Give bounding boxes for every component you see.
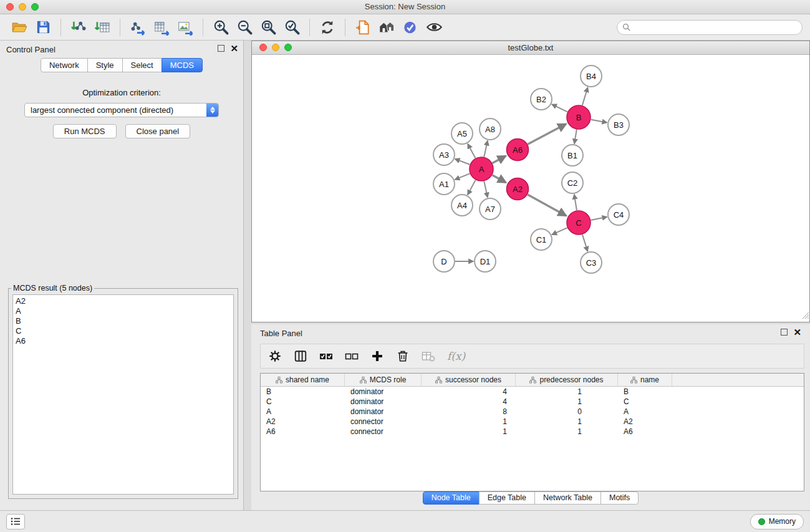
- deselect-all-button[interactable]: [344, 348, 360, 364]
- tab-select[interactable]: Select: [122, 58, 162, 72]
- tab-motifs[interactable]: Motifs: [600, 491, 639, 505]
- zoom-selected-button[interactable]: [282, 17, 302, 38]
- float-panel-icon[interactable]: [218, 45, 224, 52]
- column-header-mcds-role[interactable]: MCDS role: [345, 374, 422, 386]
- open-file-button[interactable]: [9, 17, 29, 38]
- show-details-button[interactable]: [424, 17, 444, 38]
- refresh-layout-button[interactable]: [317, 17, 337, 38]
- zoom-view-button[interactable]: [284, 44, 292, 51]
- edge-A2-C[interactable]: [528, 195, 566, 216]
- column-header-successor-nodes[interactable]: successor nodes: [422, 374, 516, 386]
- tab-network-table[interactable]: Network Table: [534, 491, 601, 505]
- network-overview-button[interactable]: [377, 17, 397, 38]
- result-item[interactable]: B: [16, 316, 231, 326]
- edge-B-B1[interactable]: [574, 130, 577, 144]
- edge-B-B2[interactable]: [552, 104, 567, 112]
- edge-A-A6[interactable]: [493, 156, 506, 163]
- table-settings-button[interactable]: [267, 348, 283, 364]
- edge-A-A1[interactable]: [455, 173, 470, 180]
- delete-table-button[interactable]: [420, 348, 436, 364]
- table-row[interactable]: A2connector11A2: [261, 417, 804, 427]
- edge-A-A5[interactable]: [468, 144, 475, 158]
- search-input[interactable]: [634, 22, 797, 32]
- node-C4[interactable]: C4: [608, 204, 629, 225]
- export-network-button[interactable]: [128, 17, 148, 38]
- node-C2[interactable]: C2: [562, 172, 583, 193]
- close-table-panel-icon[interactable]: ✕: [793, 329, 801, 336]
- edge-B-B3[interactable]: [591, 120, 607, 123]
- edge-B-B4[interactable]: [582, 87, 588, 105]
- import-table-button[interactable]: [92, 17, 112, 38]
- criterion-select[interactable]: largest connected component (directed): [24, 103, 219, 117]
- minimize-view-button[interactable]: [272, 44, 279, 51]
- node-A8[interactable]: A8: [480, 118, 501, 140]
- tab-edge-table[interactable]: Edge Table: [479, 491, 535, 505]
- edge-C-C3[interactable]: [582, 235, 587, 251]
- result-item[interactable]: C: [16, 326, 231, 336]
- node-A4[interactable]: A4: [451, 195, 473, 216]
- column-header-name[interactable]: name: [618, 374, 672, 386]
- tab-network[interactable]: Network: [41, 58, 88, 72]
- import-network-button[interactable]: [69, 17, 89, 38]
- table-row[interactable]: Cdominator41C: [261, 397, 804, 407]
- network-canvas[interactable]: B4B2BB3A5A8A6A3B1AC2A1A2A4A7C4CC1C3DD1: [252, 55, 809, 322]
- column-header-predecessor-nodes[interactable]: predecessor nodes: [516, 374, 618, 386]
- zoom-fit-button[interactable]: [258, 17, 278, 38]
- show-columns-button[interactable]: [292, 348, 309, 364]
- apply-style-button[interactable]: [400, 17, 420, 38]
- node-B2[interactable]: B2: [531, 89, 552, 110]
- mcds-result-list[interactable]: A2ABCA6: [12, 294, 234, 495]
- node-C3[interactable]: C3: [581, 252, 602, 273]
- node-A2[interactable]: A2: [507, 178, 529, 200]
- tab-style[interactable]: Style: [87, 58, 123, 72]
- table-row[interactable]: A6connector11A6: [261, 427, 804, 437]
- node-A3[interactable]: A3: [433, 144, 455, 165]
- export-table-button[interactable]: [152, 17, 171, 38]
- zoom-window-button[interactable]: [31, 3, 39, 11]
- result-item[interactable]: A6: [16, 336, 231, 346]
- column-header-shared-name[interactable]: shared name: [261, 374, 345, 386]
- node-A5[interactable]: A5: [451, 123, 473, 144]
- node-B[interactable]: B: [567, 105, 591, 129]
- select-all-button[interactable]: [318, 348, 334, 364]
- edge-A-A2[interactable]: [493, 175, 506, 183]
- node-B3[interactable]: B3: [608, 114, 629, 135]
- save-session-button[interactable]: [33, 17, 53, 38]
- node-A[interactable]: A: [470, 157, 493, 181]
- edge-C-C2[interactable]: [574, 195, 577, 210]
- resize-grip[interactable]: [801, 310, 809, 321]
- edge-C-C1[interactable]: [552, 228, 567, 235]
- minimize-window-button[interactable]: [19, 3, 26, 11]
- edge-A-A7[interactable]: [484, 181, 488, 198]
- tab-mcds[interactable]: MCDS: [162, 58, 203, 72]
- node-A6[interactable]: A6: [507, 139, 529, 161]
- edge-A6-B[interactable]: [528, 124, 566, 145]
- node-C1[interactable]: C1: [531, 229, 552, 250]
- node-table[interactable]: shared nameMCDS rolesuccessor nodesprede…: [260, 373, 804, 491]
- zoom-out-button[interactable]: [234, 17, 254, 38]
- result-item[interactable]: A: [16, 306, 231, 316]
- close-view-button[interactable]: [259, 44, 267, 51]
- node-D1[interactable]: D1: [475, 251, 496, 272]
- close-panel-icon[interactable]: ✕: [230, 45, 238, 52]
- export-image-button[interactable]: [175, 17, 195, 38]
- close-window-button[interactable]: [6, 3, 14, 11]
- node-D[interactable]: D: [433, 251, 455, 272]
- node-B1[interactable]: B1: [562, 145, 583, 166]
- edge-C-C4[interactable]: [591, 217, 607, 220]
- edge-A-A3[interactable]: [455, 159, 470, 165]
- node-C[interactable]: C: [567, 211, 591, 235]
- run-mcds-button[interactable]: Run MCDS: [53, 124, 117, 138]
- result-item[interactable]: A2: [16, 296, 231, 306]
- task-history-button[interactable]: [6, 514, 25, 530]
- network-canvas-svg[interactable]: B4B2BB3A5A8A6A3B1AC2A1A2A4A7C4CC1C3DD1: [252, 55, 809, 322]
- node-A7[interactable]: A7: [480, 198, 501, 220]
- memory-button[interactable]: Memory: [750, 514, 804, 530]
- add-column-button[interactable]: [369, 348, 385, 364]
- node-A1[interactable]: A1: [433, 173, 455, 195]
- function-builder-button[interactable]: f(x): [447, 350, 465, 362]
- close-panel-button[interactable]: Close panel: [125, 124, 191, 138]
- search-field[interactable]: [617, 20, 803, 35]
- tab-node-table[interactable]: Node Table: [423, 491, 480, 505]
- open-document-button[interactable]: [353, 17, 373, 38]
